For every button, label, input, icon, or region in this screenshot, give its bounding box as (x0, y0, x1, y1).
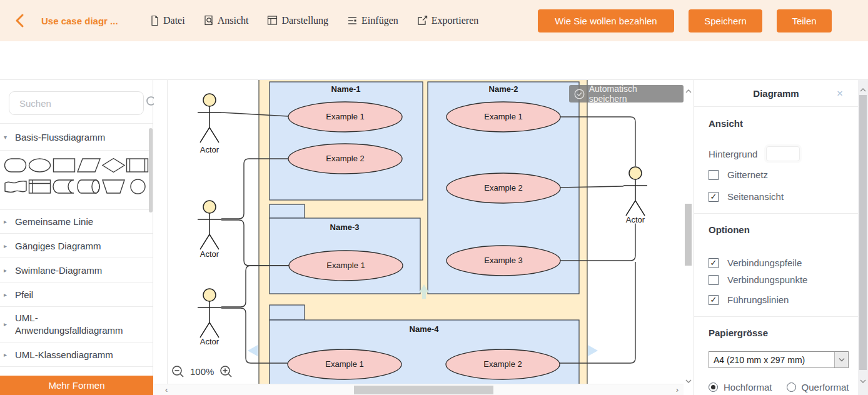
scroll-left-icon[interactable]: ‹ (165, 385, 168, 394)
verbindungspfeile-checkbox[interactable] (709, 258, 719, 268)
shape-circle[interactable] (126, 178, 150, 196)
sidebar-scrollbar[interactable] (149, 128, 153, 212)
frame-title[interactable]: Name-1 (331, 84, 361, 94)
page-scrollbar[interactable] (858, 80, 868, 395)
file-icon (150, 15, 159, 26)
actor-1[interactable] (198, 94, 221, 142)
background-row: Hintergrund (709, 146, 800, 161)
category-uml-klassendiagramm[interactable]: UML-Klassendiagramm (0, 342, 153, 367)
menu-einfuegen[interactable]: Einfügen (347, 15, 398, 26)
frame-name-1[interactable] (270, 82, 423, 200)
category-pfeil[interactable]: Pfeil (0, 282, 153, 307)
section-papiergroesse: Papiergrösse (709, 328, 768, 338)
actor-2[interactable] (198, 201, 221, 249)
hscrollbar-thumb[interactable] (354, 386, 493, 394)
actor-4[interactable] (623, 167, 647, 216)
querformat-radio[interactable] (787, 382, 796, 392)
pan-right-arrow-icon[interactable] (588, 345, 598, 356)
pay-button[interactable]: Wie Sie wollen bezahlen (538, 9, 674, 32)
chevron-right-icon (4, 267, 7, 274)
scroll-up-icon[interactable] (685, 85, 692, 96)
canvas-hscrollbar[interactable]: ‹ › (154, 384, 684, 395)
view-icon (204, 15, 214, 26)
zoom-control: 100% (171, 365, 233, 378)
menu-ansicht[interactable]: Ansicht (204, 15, 249, 26)
actor-label: Actor (200, 249, 220, 259)
actor-3[interactable] (198, 289, 221, 338)
shape-stored-data[interactable] (53, 178, 77, 196)
menu-darstellung[interactable]: Darstellung (267, 15, 328, 26)
header-buttons: Wie Sie wollen bezahlen Speichern Teilen (538, 9, 832, 32)
zoom-level: 100% (190, 366, 214, 377)
section-ansicht: Ansicht (709, 118, 743, 129)
shape-diamond[interactable] (101, 157, 126, 174)
close-icon[interactable]: × (837, 88, 843, 99)
shape-trapezoid[interactable] (101, 178, 126, 196)
document-title[interactable]: Use case diagr ... (41, 16, 143, 26)
frame-title[interactable]: Name-4 (410, 324, 440, 334)
chevron-right-icon (4, 351, 7, 358)
paper-size-select[interactable]: A4 (210 mm x 297 mm) (709, 351, 849, 368)
frame-name-4-tab[interactable] (270, 305, 305, 320)
search-input[interactable] (18, 98, 145, 109)
actor-label: Actor (626, 215, 645, 224)
page-scrollbar-thumb[interactable] (859, 95, 867, 370)
fuehrungslinien-checkbox[interactable] (709, 295, 719, 305)
zoom-in-icon[interactable] (220, 365, 233, 378)
category-gaengiges-diagramm[interactable]: Gängiges Diagramm (0, 234, 153, 258)
shape-parallelogram[interactable] (77, 157, 101, 174)
shape-ellipse[interactable] (28, 157, 53, 174)
shape-cylinder[interactable] (77, 178, 101, 196)
diagram-canvas[interactable]: Name-1 Name-2 Name-3 Name-4 (154, 80, 684, 384)
chevron-right-icon (4, 218, 7, 225)
scroll-right-icon[interactable]: › (676, 385, 679, 394)
seitenansicht-checkbox[interactable] (709, 192, 719, 202)
canvas-vscrollbar[interactable] (684, 80, 694, 395)
save-button[interactable]: Speichern (689, 9, 762, 32)
frame-name-3-tab[interactable] (270, 204, 305, 218)
check-circle-icon (574, 89, 585, 99)
orientation-row: Hochformat Querformat (709, 382, 858, 392)
frame-title[interactable]: Name-2 (489, 84, 518, 94)
gitternetz-checkbox[interactable] (709, 170, 719, 180)
back-icon[interactable] (13, 11, 29, 30)
shape-internal-storage[interactable] (28, 178, 53, 196)
chevron-down-icon (834, 352, 848, 368)
usecase-label: Example 2 (326, 154, 364, 163)
usecase-label: Example 2 (484, 183, 522, 192)
shape-sidebar: Basis-Flussdiagramm Gemeinsame Linie Gän… (0, 80, 153, 395)
usecase-label: Example 1 (325, 359, 363, 369)
shape-palette (4, 152, 153, 208)
category-swimlane-diagramm[interactable]: Swimlane-Diagramm (0, 258, 153, 282)
menu-exportieren[interactable]: Exportieren (417, 15, 479, 26)
category-gemeinsame-linie[interactable]: Gemeinsame Linie (0, 209, 153, 234)
usecase-label: Example 1 (326, 112, 364, 121)
layout-icon (267, 15, 278, 26)
usecase-label: Example 2 (483, 359, 522, 369)
shape-document[interactable] (4, 178, 28, 196)
shape-rectangle[interactable] (53, 157, 77, 174)
verbindungspunkte-checkbox[interactable] (709, 275, 719, 285)
shape-stadium[interactable] (4, 157, 28, 174)
hochformat-radio[interactable] (709, 382, 718, 392)
connection-points-row: Verbindungspunkte (709, 274, 807, 285)
scroll-down-icon[interactable] (685, 375, 692, 386)
menu-datei[interactable]: Datei (150, 15, 185, 26)
frame-title[interactable]: Name-3 (330, 222, 360, 232)
grid-row: Gitternetz (709, 169, 768, 180)
section-optionen: Optionen (709, 224, 750, 235)
more-shapes-button[interactable]: Mehr Formen (0, 376, 153, 395)
vscrollbar-thumb[interactable] (685, 204, 692, 266)
zoom-out-icon[interactable] (171, 365, 184, 378)
scroll-up-icon[interactable] (860, 84, 866, 95)
shape-search (9, 91, 144, 115)
category-basis-flussdiagramm[interactable]: Basis-Flussdiagramm (0, 123, 153, 151)
scroll-down-icon[interactable] (860, 375, 866, 386)
shape-predefined-process[interactable] (126, 157, 150, 174)
share-button[interactable]: Teilen (777, 9, 832, 32)
category-uml-anwendungsfalldiagramm[interactable]: UML-Anwendungsfalldiagramm (0, 307, 153, 342)
pan-left-arrow-icon[interactable] (248, 345, 258, 356)
usecase-label: Example 3 (484, 256, 522, 265)
background-color-swatch[interactable] (766, 146, 800, 161)
pageview-row: Seitenansicht (709, 191, 784, 202)
